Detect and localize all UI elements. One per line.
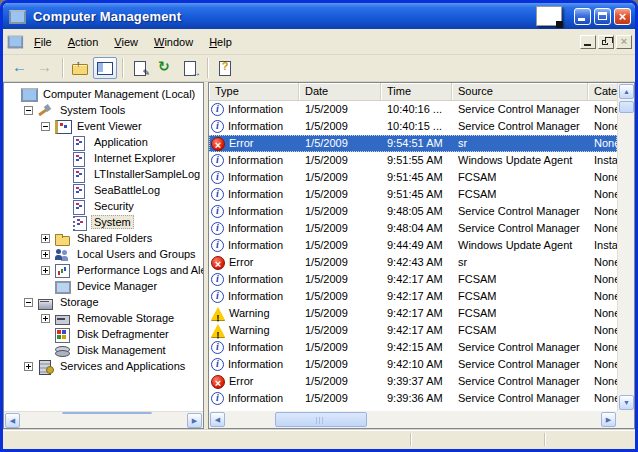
list-hscroll-thumb[interactable]	[275, 412, 367, 427]
column-header-time[interactable]: Time	[381, 83, 452, 100]
event-type-label: Warning	[229, 322, 270, 339]
forward-icon	[36, 60, 54, 76]
list-vertical-scrollbar[interactable]: ▲ ▼	[617, 83, 634, 411]
collapse-icon[interactable]	[24, 298, 33, 307]
list-horizontal-scrollbar[interactable]: ◀ ▶	[209, 411, 617, 428]
titlebar[interactable]: Computer Management ×	[3, 3, 635, 29]
tree-hscroll-thumb[interactable]	[62, 412, 152, 414]
tree-item-computer-management-local[interactable]: Computer Management (Local)	[4, 86, 203, 102]
export-list-button[interactable]	[178, 57, 202, 79]
event-row[interactable]: Information1/5/20099:42:17 AMFCSAMNone	[209, 271, 617, 288]
event-row[interactable]: Information1/5/20099:48:04 AMService Con…	[209, 220, 617, 237]
mdi-minimize-button[interactable]	[580, 35, 596, 49]
expand-icon[interactable]	[41, 234, 50, 243]
event-row[interactable]: Error1/5/20099:42:43 AMsrNone	[209, 254, 617, 271]
scroll-right-icon[interactable]: ▶	[187, 413, 202, 428]
help-button[interactable]	[213, 57, 237, 79]
column-header-source[interactable]: Source	[452, 83, 588, 100]
collapse-icon[interactable]	[41, 122, 50, 131]
tree-item-removable-storage[interactable]: Removable Storage	[4, 310, 203, 326]
menu-window[interactable]: Window	[146, 33, 201, 51]
tree-item-local-users-and-groups[interactable]: Local Users and Groups	[4, 246, 203, 262]
event-list: Information1/5/200910:40:16 ...Service C…	[209, 101, 617, 411]
mdi-close-button[interactable]: ×	[616, 35, 632, 49]
show-hide-console-tree-button[interactable]	[93, 57, 117, 79]
back-button[interactable]	[8, 57, 32, 79]
column-header-cate[interactable]: Cate	[588, 83, 617, 100]
event-row[interactable]: Warning1/5/20099:42:17 AMFCSAMNone	[209, 322, 617, 339]
list-vscroll-thumb[interactable]	[619, 101, 634, 113]
event-type-cell: Warning	[209, 322, 299, 339]
menu-help[interactable]: Help	[201, 33, 240, 51]
mdi-close-icon: ×	[617, 35, 631, 47]
minimize-button[interactable]	[574, 8, 591, 25]
event-category-cell: None	[588, 169, 617, 186]
tree-item-performance-logs-and-alerts[interactable]: Performance Logs and Alerts	[4, 262, 203, 278]
menu-action[interactable]: Action	[60, 33, 107, 51]
tree-item-ltinstallersamplelog[interactable]: LTInstallerSampleLog	[4, 166, 203, 182]
tree-item-storage[interactable]: Storage	[4, 294, 203, 310]
event-type-cell: Information	[209, 390, 299, 407]
refresh-button[interactable]	[153, 57, 177, 79]
event-row[interactable]: Information1/5/20099:51:45 AMFCSAMNone	[209, 186, 617, 203]
up-one-level-button[interactable]	[68, 57, 92, 79]
tree-item-seabattlelog[interactable]: SeaBattleLog	[4, 182, 203, 198]
tree-item-system[interactable]: System	[4, 214, 203, 230]
menu-file[interactable]: File	[26, 33, 60, 51]
expand-icon[interactable]	[24, 362, 33, 371]
tree-item-disk-management[interactable]: Disk Management	[4, 342, 203, 358]
tree-item-disk-defragmenter[interactable]: Disk Defragmenter	[4, 326, 203, 342]
forward-button[interactable]	[33, 57, 57, 79]
event-row[interactable]: Information1/5/20099:44:49 AMWindows Upd…	[209, 237, 617, 254]
maximize-button[interactable]	[594, 8, 611, 25]
tree-item-application[interactable]: Application	[4, 134, 203, 150]
tree-item-device-manager[interactable]: Device Manager	[4, 278, 203, 294]
event-category-cell: None	[588, 373, 617, 390]
event-row[interactable]: Information1/5/20099:48:05 AMService Con…	[209, 203, 617, 220]
event-row[interactable]: Information1/5/200910:40:16 ...Service C…	[209, 101, 617, 118]
scroll-up-icon[interactable]: ▲	[619, 84, 634, 99]
event-row[interactable]: Information1/5/20099:51:45 AMFCSAMNone	[209, 169, 617, 186]
tree-item-shared-folders[interactable]: Shared Folders	[4, 230, 203, 246]
properties-button[interactable]	[128, 57, 152, 79]
event-row[interactable]: Information1/5/20099:42:15 AMService Con…	[209, 339, 617, 356]
event-type-cell: Error	[209, 135, 299, 152]
collapse-icon[interactable]	[24, 106, 33, 115]
event-row[interactable]: Information1/5/20099:42:17 AMFCSAMNone	[209, 288, 617, 305]
event-type-cell: Information	[209, 101, 299, 118]
expand-icon[interactable]	[41, 314, 50, 323]
event-row[interactable]: Information1/5/20099:42:10 AMService Con…	[209, 356, 617, 373]
column-header-type[interactable]: Type	[209, 83, 299, 100]
scroll-left-icon[interactable]: ◀	[5, 413, 20, 428]
tree-item-internet-explorer[interactable]: Internet Explorer	[4, 150, 203, 166]
scroll-down-icon[interactable]: ▼	[619, 395, 634, 410]
expand-icon[interactable]	[41, 266, 50, 275]
tree-item-system-tools[interactable]: System Tools	[4, 102, 203, 118]
event-row[interactable]: Information1/5/20099:39:36 AMService Con…	[209, 390, 617, 407]
event-row[interactable]: Error1/5/20099:39:37 AMService Control M…	[209, 373, 617, 390]
tree-item-event-viewer[interactable]: Event Viewer	[4, 118, 203, 134]
event-type-cell: Information	[209, 118, 299, 135]
information-icon	[211, 188, 224, 201]
tree-item-services-and-applications[interactable]: Services and Applications	[4, 358, 203, 374]
event-row[interactable]: Information1/5/20099:51:55 AMWindows Upd…	[209, 152, 617, 169]
expand-icon[interactable]	[41, 250, 50, 259]
event-source-cell: Windows Update Agent	[452, 237, 588, 254]
event-row[interactable]: Information1/5/200910:40:15 ...Service C…	[209, 118, 617, 135]
event-type-label: Warning	[229, 305, 270, 322]
device-manager-icon	[54, 279, 71, 294]
event-row[interactable]: Error1/5/20099:54:51 AMsrNone	[209, 135, 617, 152]
tree-horizontal-scrollbar[interactable]: ◀ ▶	[4, 411, 203, 428]
tree-item-security[interactable]: Security	[4, 198, 203, 214]
event-row[interactable]: Warning1/5/20099:42:17 AMFCSAMNone	[209, 305, 617, 322]
mdi-restore-button[interactable]	[598, 35, 614, 49]
menu-view[interactable]: View	[106, 33, 146, 51]
show-hide-console-tree-icon	[96, 60, 114, 76]
scroll-right-icon[interactable]: ▶	[601, 412, 616, 427]
event-type-label: Information	[228, 169, 283, 186]
close-button[interactable]: ×	[614, 8, 631, 25]
scroll-left-icon[interactable]: ◀	[210, 412, 225, 427]
information-icon	[211, 222, 224, 235]
menubar: FileActionViewWindowHelp ×	[3, 29, 635, 55]
column-header-date[interactable]: Date	[299, 83, 381, 100]
